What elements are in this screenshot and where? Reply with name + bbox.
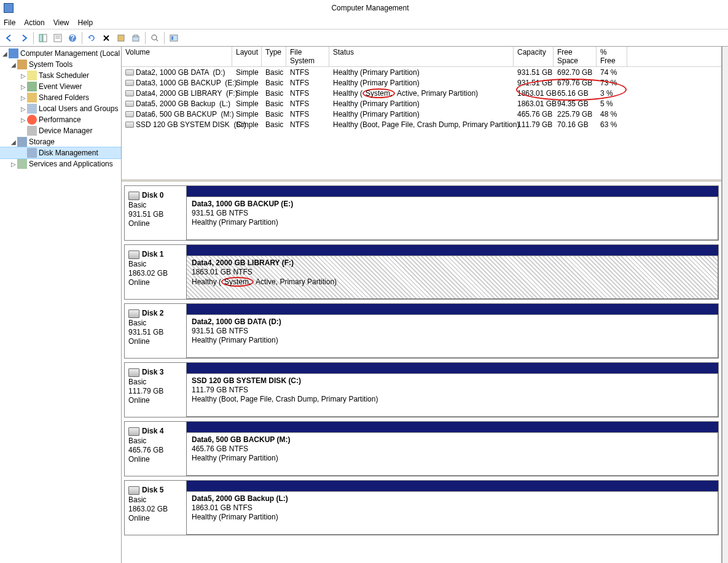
col-capacity[interactable]: Capacity — [514, 47, 554, 66]
tree-disk-management[interactable]: Disk Management — [0, 147, 121, 158]
disk-info: Disk 1Basic1863.02 GBOnline — [125, 245, 186, 299]
col-freespace[interactable]: Free Space — [554, 47, 597, 66]
tree-storage[interactable]: ◢Storage — [0, 136, 121, 147]
toolbar: ? — [0, 29, 728, 47]
svg-rect-13 — [171, 36, 173, 40]
tree-event-viewer[interactable]: ▷Event Viewer — [0, 81, 121, 92]
col-pctfree[interactable]: % Free — [597, 47, 627, 66]
volume-icon — [125, 80, 134, 86]
disk-partition[interactable]: Data4, 2000 GB LIBRARY (F:)1863.01 GB NT… — [186, 256, 718, 299]
disk-block[interactable]: Disk 0Basic931.51 GBOnlineData3, 1000 GB… — [124, 185, 719, 241]
volume-row[interactable]: Data6, 500 GB BACKUP (M:)SimpleBasicNTFS… — [122, 109, 721, 119]
gears-icon — [17, 60, 27, 69]
disk-block[interactable]: Disk 3Basic111.79 GBOnlineSSD 120 GB SYS… — [124, 362, 719, 417]
settings-button[interactable] — [167, 31, 181, 45]
forward-button[interactable] — [17, 31, 31, 45]
svg-rect-9 — [134, 35, 138, 37]
disk-partition[interactable]: Data6, 500 GB BACKUP (M:)465.76 GB NTFSH… — [186, 433, 718, 476]
help-button[interactable]: ? — [66, 31, 79, 45]
disk-partition[interactable]: Data3, 1000 GB BACKUP (E:)931.51 GB NTFS… — [186, 197, 718, 240]
col-layout[interactable]: Layout — [232, 47, 262, 66]
disk-partition[interactable]: Data5, 2000 GB Backup (L:)1863.01 GB NTF… — [186, 492, 718, 535]
volume-icon — [125, 122, 134, 128]
tree-device-manager[interactable]: Device Manager — [0, 125, 121, 136]
actions-pane-collapsed[interactable] — [722, 47, 728, 563]
app-icon — [4, 3, 14, 13]
device-icon — [27, 126, 37, 136]
annotation-circle: System, — [362, 88, 395, 98]
disk-drive-icon — [128, 309, 139, 318]
volume-row[interactable]: Data2, 1000 GB DATA (D:)SimpleBasicNTFSH… — [122, 67, 721, 77]
volume-row[interactable]: Data5, 2000 GB Backup (L:)SimpleBasicNTF… — [122, 98, 721, 109]
event-icon — [27, 82, 37, 91]
tree-root[interactable]: ◢Computer Management (Local — [0, 48, 121, 59]
toolbar-separator — [82, 32, 82, 44]
volume-row[interactable]: Data4, 2000 GB LIBRARY (F:)SimpleBasicNT… — [122, 88, 721, 98]
window-title: Computer Management — [16, 4, 724, 12]
tree-performance[interactable]: ▷Performance — [0, 114, 121, 125]
tree-local-users[interactable]: ▷Local Users and Groups — [0, 103, 121, 114]
disk-block[interactable]: Disk 2Basic931.51 GBOnlineData2, 1000 GB… — [124, 303, 719, 359]
disk-drive-icon — [128, 486, 139, 495]
action-button-1[interactable] — [114, 31, 128, 45]
disk-info: Disk 4Basic465.76 GBOnline — [125, 422, 186, 476]
disk-header-bar — [186, 363, 718, 374]
menu-file[interactable]: File — [4, 18, 15, 27]
performance-icon — [27, 115, 37, 125]
col-type[interactable]: Type — [262, 47, 286, 66]
disk-graphical-view[interactable]: Disk 0Basic931.51 GBOnlineData3, 1000 GB… — [122, 182, 721, 563]
volume-row[interactable]: SSD 120 GB SYSTEM DISK (C:)SimpleBasicNT… — [122, 119, 721, 130]
disk-partition[interactable]: Data2, 1000 GB DATA (D:)931.51 GB NTFSHe… — [186, 315, 718, 358]
volume-list-header: Volume Layout Type File System Status Ca… — [122, 47, 721, 67]
services-icon — [17, 159, 27, 169]
disk-drive-icon — [128, 250, 139, 259]
tree-shared-folders[interactable]: ▷Shared Folders — [0, 92, 121, 103]
delete-button[interactable] — [100, 31, 113, 45]
menu-help[interactable]: Help — [78, 18, 93, 27]
col-volume[interactable]: Volume — [122, 47, 232, 66]
action-button-2[interactable] — [129, 31, 143, 45]
svg-rect-7 — [118, 35, 124, 41]
refresh-button[interactable] — [85, 31, 98, 45]
disk-block[interactable]: Disk 4Basic465.76 GBOnlineData6, 500 GB … — [124, 421, 719, 476]
menu-action[interactable]: Action — [24, 18, 44, 27]
properties-button[interactable] — [51, 31, 65, 45]
tree-system-tools[interactable]: ◢System Tools — [0, 59, 121, 70]
back-button[interactable] — [2, 31, 16, 45]
disk-drive-icon — [128, 192, 139, 200]
tree-task-scheduler[interactable]: ▷Task Scheduler — [0, 70, 121, 81]
disk-block[interactable]: Disk 5Basic1863.02 GBOnlineData5, 2000 G… — [124, 480, 719, 535]
disk-partition[interactable]: SSD 120 GB SYSTEM DISK (C:)111.79 GB NTF… — [186, 374, 718, 417]
volume-list[interactable]: Volume Layout Type File System Status Ca… — [122, 47, 721, 182]
find-button[interactable] — [148, 31, 162, 45]
col-filesystem[interactable]: File System — [286, 47, 329, 66]
disk-block[interactable]: Disk 1Basic1863.02 GBOnlineData4, 2000 G… — [124, 244, 719, 300]
svg-text:?: ? — [70, 34, 74, 42]
clock-icon — [27, 71, 37, 80]
computer-icon — [9, 49, 18, 58]
toolbar-separator — [145, 32, 146, 44]
disk-info: Disk 0Basic931.51 GBOnline — [125, 186, 186, 240]
volume-icon — [125, 111, 134, 117]
volume-icon — [125, 69, 134, 76]
volume-row[interactable]: Data3, 1000 GB BACKUP (E:)SimpleBasicNTF… — [122, 77, 721, 88]
toolbar-separator — [33, 32, 34, 44]
disk-header-bar — [186, 304, 718, 315]
svg-rect-12 — [170, 35, 178, 41]
disk-drive-icon — [128, 368, 139, 377]
storage-icon — [17, 137, 27, 147]
show-hide-tree-button[interactable] — [36, 31, 50, 45]
svg-point-10 — [152, 35, 157, 40]
disk-info: Disk 2Basic931.51 GBOnline — [125, 304, 186, 358]
col-status[interactable]: Status — [329, 47, 514, 66]
folder-icon — [27, 93, 37, 103]
volume-icon — [125, 90, 134, 96]
menu-view[interactable]: View — [53, 18, 69, 27]
navigation-tree[interactable]: ◢Computer Management (Local ◢System Tool… — [0, 47, 122, 563]
disk-header-bar — [186, 422, 718, 433]
users-icon — [27, 104, 37, 114]
menu-bar: File Action View Help — [0, 16, 728, 29]
tree-services[interactable]: ▷Services and Applications — [0, 158, 121, 169]
disk-drive-icon — [128, 427, 139, 436]
disk-header-bar — [186, 186, 718, 197]
